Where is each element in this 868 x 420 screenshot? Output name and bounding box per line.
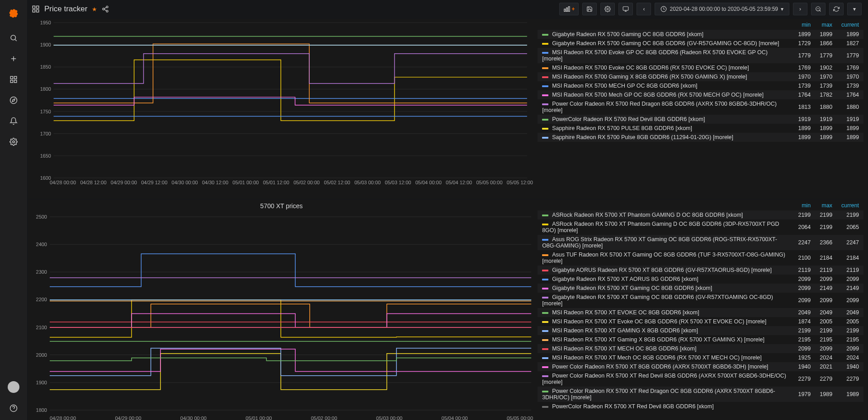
x-axis-ticks: 04/28 00:0004/28 12:0004/29 00:0004/29 1…	[30, 180, 533, 194]
svg-text:1950: 1950	[40, 21, 51, 25]
svg-rect-23	[566, 8, 568, 11]
legend-row[interactable]: Sapphire Radeon RX 5700 Pulse 8GB GDDR6 …	[538, 133, 863, 142]
legend-row[interactable]: ASRock Radeon RX 5700 XT Phantom GAMING …	[538, 210, 863, 219]
legend-row[interactable]: MSI Radeon RX 5700 XT GAMING X 8GB GDDR6…	[538, 326, 863, 335]
svg-text:2500: 2500	[36, 214, 47, 219]
svg-line-20	[104, 9, 107, 11]
svg-text:1900: 1900	[36, 380, 47, 385]
dashboard-title[interactable]: Price tracker	[44, 5, 87, 14]
svg-point-8	[10, 97, 17, 104]
legend-row[interactable]: Asus TUF Radeon RX 5700 XT Gaming OC 8GB…	[538, 250, 863, 266]
alerting-icon[interactable]	[5, 112, 23, 130]
svg-rect-4	[10, 76, 13, 79]
dashboards-icon[interactable]	[32, 5, 40, 13]
legend-row[interactable]: Gigabyte Radeon RX 5700 Gaming OC 8GB GD…	[538, 39, 863, 48]
refresh-interval-button[interactable]: ▾	[847, 3, 862, 15]
legend-header[interactable]: min	[793, 20, 815, 30]
grafana-logo[interactable]	[7, 8, 20, 21]
time-range-text: 2020-04-28 00:00:00 to 2020-05-05 23:59:…	[670, 6, 778, 12]
dashboard-settings-button[interactable]	[600, 3, 615, 15]
plus-icon[interactable]	[5, 50, 23, 68]
svg-text:1650: 1650	[40, 153, 51, 159]
legend-row[interactable]: Gigabyte Radeon RX 5700 XT Gaming OC 8GB…	[538, 293, 863, 308]
svg-text:1750: 1750	[40, 109, 51, 114]
legend-row[interactable]: Asus ROG Strix Radeon RX 5700 XT Gaming …	[538, 235, 863, 250]
legend-row[interactable]: MSI Radeon RX 5700 XT MECH OC 8GB GDDR6 …	[538, 344, 863, 353]
cycle-view-button[interactable]	[618, 3, 633, 15]
svg-point-0	[11, 35, 16, 40]
time-forward-button[interactable]: ›	[793, 3, 807, 15]
legend-header[interactable]: max	[815, 20, 837, 30]
svg-point-19	[106, 10, 108, 12]
save-button[interactable]	[582, 3, 597, 15]
search-icon[interactable]	[5, 29, 23, 47]
chevron-down-icon: ▾	[781, 6, 783, 12]
svg-text:2000: 2000	[36, 352, 47, 358]
legend-5700: minmaxcurrentGigabyte Radeon RX 5700 Gam…	[536, 19, 867, 199]
help-icon[interactable]	[5, 399, 23, 417]
chart-5700xt[interactable]: 18001900200021002200230024002500	[30, 211, 533, 415]
legend-header[interactable]: max	[815, 201, 837, 210]
svg-point-10	[13, 141, 15, 143]
svg-text:1900: 1900	[40, 42, 51, 47]
svg-point-17	[106, 6, 108, 8]
topbar: Price tracker ★ + ‹ 2020-04-28 00:00:00 …	[27, 0, 868, 18]
legend-row[interactable]: MSI Radeon RX 5700 XT Gaming X 8GB GDDR6…	[538, 335, 863, 344]
legend-row[interactable]: Gigabyte AORUS Radeon RX 5700 XT 8GB GDD…	[538, 266, 863, 275]
legend-row[interactable]: MSI Radeon RX 5700 Evoke OC 8GB GDDR6 (R…	[538, 63, 863, 72]
zoom-out-button[interactable]	[811, 3, 826, 15]
svg-line-21	[104, 7, 107, 9]
refresh-button[interactable]	[829, 3, 844, 15]
svg-text:1800: 1800	[36, 407, 47, 413]
legend-header[interactable]: min	[793, 201, 815, 210]
legend-row[interactable]: Power Color Radeon RX 5700 Red Dragon 8G…	[538, 99, 863, 115]
chart-5700[interactable]: 16001650170017501800185019001950	[30, 21, 533, 180]
star-icon[interactable]: ★	[92, 6, 97, 13]
legend-row[interactable]: Power Color Radeon RX 5700 XT Red Dragon…	[538, 387, 863, 402]
panel-title: 5700 XT prices	[30, 201, 533, 211]
time-range-button[interactable]: 2020-04-28 00:00:00 to 2020-05-05 23:59:…	[655, 3, 789, 15]
svg-text:2400: 2400	[36, 242, 47, 247]
legend-row[interactable]: PowerColor Radeon RX 5700 Red Devil 8GB …	[538, 115, 863, 124]
legend-row[interactable]: Sapphire Radeon RX 5700 PULSE 8GB GDDR6 …	[538, 124, 863, 133]
svg-rect-15	[37, 10, 39, 12]
legend-row[interactable]: MSI Radeon RX 5700 XT EVOKE OC 8GB GDDR6…	[538, 308, 863, 317]
legend-row[interactable]: Power Color Radeon RX 5700 XT 8GB GDDR6 …	[538, 362, 863, 371]
svg-text:2200: 2200	[36, 297, 47, 302]
svg-rect-14	[37, 6, 39, 8]
svg-text:2300: 2300	[36, 269, 47, 275]
svg-rect-13	[33, 6, 35, 8]
svg-text:1600: 1600	[40, 175, 51, 180]
svg-rect-16	[33, 10, 35, 12]
legend-row[interactable]: Gigabyte Radeon RX 5700 XT AORUS 8G GDDR…	[538, 275, 863, 284]
legend-header[interactable]: current	[837, 201, 863, 210]
legend-header[interactable]: current	[837, 20, 863, 30]
panel-5700-prices: 16001650170017501800185019001950 04/28 0…	[28, 19, 867, 199]
legend-row[interactable]: MSI Radeon RX 5700 XT Mech OC 8GB GDDR6 …	[538, 353, 863, 362]
legend-row[interactable]: ASRock Radeon RX 5700 XT Phantom Gaming …	[538, 219, 863, 235]
legend-row[interactable]: Power Color Radeon RX 5700 XT Red Devil …	[538, 371, 863, 387]
explore-icon[interactable]	[5, 91, 23, 109]
svg-rect-7	[10, 80, 13, 83]
legend-row[interactable]: PowerColor Radeon RX 5700 XT Red Devil 8…	[538, 402, 863, 411]
time-back-button[interactable]: ‹	[637, 3, 651, 15]
legend-row[interactable]: MSI Radeon RX 5700 Mech GP OC 8GB GDDR6 …	[538, 90, 863, 99]
x-axis-ticks: 04/28 00:0004/29 00:0004/30 00:0005/01 0…	[30, 415, 533, 420]
svg-rect-6	[14, 80, 17, 83]
add-panel-button[interactable]: +	[559, 3, 579, 15]
user-avatar[interactable]	[8, 381, 19, 393]
svg-text:2100: 2100	[36, 325, 47, 330]
legend-row[interactable]: MSI Radeon RX 5700 Evoke GP OC 8GB GDDR6…	[538, 48, 863, 63]
dashboards-icon[interactable]	[5, 70, 23, 89]
legend-row[interactable]: MSI Radeon RX 5700 Gaming X 8GB GDDR6 (R…	[538, 72, 863, 81]
svg-line-1	[15, 39, 16, 41]
svg-rect-24	[569, 7, 570, 12]
share-icon[interactable]	[102, 5, 109, 13]
nav-sidebar	[0, 0, 27, 420]
legend-row[interactable]: Gigabyte Radeon RX 5700 Gaming OC 8GB GD…	[538, 30, 863, 39]
settings-icon[interactable]	[5, 133, 23, 151]
legend-row[interactable]: MSI Radeon RX 5700 XT Evoke OC 8GB GDDR6…	[538, 317, 863, 326]
legend-row[interactable]: Gigabyte Radeon RX 5700 XT Gaming OC 8GB…	[538, 284, 863, 293]
legend-row[interactable]: MSI Radeon RX 5700 MECH GP OC 8GB GDDR6 …	[538, 81, 863, 90]
legend-5700xt: minmaxcurrentASRock Radeon RX 5700 XT Ph…	[536, 200, 867, 420]
